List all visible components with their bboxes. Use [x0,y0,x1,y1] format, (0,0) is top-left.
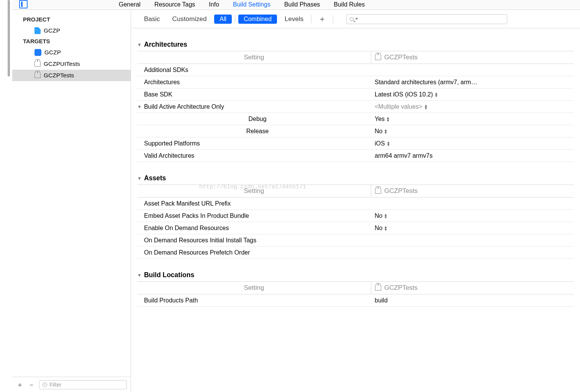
popup-stepper-icon [385,213,386,219]
setting-key: Debug [137,116,371,122]
group-assets: ▼ Assets Setting GCZPTests Asset Pack Ma… [137,174,574,259]
group-header[interactable]: ▼ Assets [137,174,574,185]
test-target-icon [375,285,381,291]
group-build-locations: ▼ Build Locations Setting GCZPTests Buil… [137,271,574,307]
sidebar-target-label: GCZPUITests [44,60,80,67]
sidebar-target-label: GCZPTests [44,72,74,79]
setting-value[interactable]: No [371,225,574,232]
remove-target-button[interactable]: － [28,380,35,389]
column-target-label: GCZPTests [384,284,418,292]
setting-row[interactable]: Embed Asset Packs In Product Bundle No [137,210,574,222]
view-combined[interactable]: Combined [238,15,277,24]
setting-row[interactable]: Additional SDKs [137,64,574,76]
setting-row[interactable]: Supported Platforms iOS [137,137,574,150]
search-icon [350,17,354,21]
add-setting-button[interactable]: ＋ [313,14,331,24]
sidebar-project-item[interactable]: GCZP [12,25,131,36]
setting-key: On Demand Resources Prefetch Order [137,249,371,256]
column-target-label: GCZPTests [384,187,418,195]
show-navigator-icon[interactable] [19,0,28,8]
disclosure-triangle-icon[interactable]: ▼ [137,104,142,109]
add-target-button[interactable]: ＋ [16,380,24,389]
tab-build-rules[interactable]: Build Rules [327,1,372,8]
setting-key: Base SDK [137,91,371,98]
group-title: Architectures [144,41,187,49]
setting-subrow[interactable]: Debug Yes [137,113,574,125]
disclosure-triangle-icon: ▼ [137,273,142,278]
xcode-project-icon [34,27,41,34]
window-scroll-thumb[interactable] [8,0,10,77]
build-settings-panel: Basic Customized All Combined Levels ＋ [131,10,580,392]
popup-stepper-icon [435,92,437,97]
group-architectures: ▼ Architectures Setting GCZPTests Additi… [137,41,574,162]
scope-all[interactable]: All [214,15,232,24]
setting-row[interactable]: Base SDK Latest iOS (iOS 10.2) [137,88,574,101]
group-header[interactable]: ▼ Build Locations [137,271,574,282]
setting-key: On Demand Resources Initial Install Tags [137,237,371,244]
setting-key: Embed Asset Packs In Product Bundle [137,212,371,219]
setting-key: Asset Pack Manifest URL Prefix [137,200,371,207]
popup-stepper-icon [385,225,386,231]
scope-customized[interactable]: Customized [166,15,213,23]
settings-search-input[interactable] [346,14,507,24]
sidebar-target-uitests[interactable]: GCZPUITests [12,58,131,70]
tab-info[interactable]: Info [202,1,226,8]
column-target-header: GCZPTests [371,51,574,64]
setting-row[interactable]: Enable On Demand Resources No [137,222,574,234]
setting-value[interactable]: No [371,212,574,219]
tab-build-settings[interactable]: Build Settings [226,1,277,8]
sidebar-footer: ＋ － Filter [12,377,131,392]
sidebar-project-header: PROJECT [12,15,131,25]
sidebar-target-tests[interactable]: GCZPTests [12,70,131,81]
editor-tabs: General Resource Tags Info Build Setting… [12,0,580,10]
scope-basic[interactable]: Basic [138,15,166,23]
tab-build-phases[interactable]: Build Phases [277,1,327,8]
setting-key: Architectures [137,79,371,86]
disclosure-triangle-icon: ▼ [137,42,142,47]
targets-filter-input[interactable]: Filter [39,380,127,389]
group-title: Build Locations [144,271,194,279]
setting-row[interactable]: On Demand Resources Initial Install Tags [137,234,574,247]
build-settings-toolbar: Basic Customized All Combined Levels ＋ [131,10,580,28]
setting-key: Supported Platforms [137,140,371,147]
view-levels[interactable]: Levels [279,15,310,23]
disclosure-triangle-icon: ▼ [137,176,142,181]
setting-subrow[interactable]: Release No [137,125,574,137]
setting-row[interactable]: Asset Pack Manifest URL Prefix [137,198,574,210]
setting-value[interactable]: Standard architectures (armv7, arm… [371,79,574,86]
tab-general[interactable]: General [112,1,147,8]
setting-value[interactable]: arm64 armv7 armv7s [371,152,574,159]
setting-key: Build Products Path [137,297,371,304]
setting-value[interactable]: <Multiple values> [371,103,574,110]
search-scope-chevron-icon [355,18,358,20]
group-title: Assets [144,174,166,182]
test-target-icon [34,61,41,67]
popup-stepper-icon [387,116,388,122]
setting-value[interactable]: build [371,297,574,304]
setting-row[interactable]: Architectures Standard architectures (ar… [137,76,574,88]
setting-row[interactable]: Valid Architectures arm64 armv7 armv7s [137,150,574,162]
setting-row-expandable[interactable]: ▼ Build Active Architecture Only <Multip… [137,101,574,113]
popup-stepper-icon [387,141,389,146]
setting-row[interactable]: Build Products Path build [137,294,574,307]
sidebar-targets-header: TARGETS [12,36,131,47]
group-header[interactable]: ▼ Architectures [137,41,574,51]
setting-value[interactable]: Yes [371,116,574,122]
setting-value[interactable]: iOS [371,140,574,147]
column-target-header: GCZPTests [371,185,574,197]
column-setting-header: Setting [137,282,371,294]
toolbar-separator [333,15,333,23]
test-target-icon [375,55,381,60]
sidebar-project-label: GCZP [44,27,60,34]
setting-key: Enable On Demand Resources [137,225,371,232]
popup-stepper-icon [385,129,386,134]
sidebar-target-app[interactable]: GCZP [12,47,131,58]
setting-value[interactable]: No [371,128,574,135]
column-setting-header: Setting [137,185,371,197]
setting-key: ▼ Build Active Architecture Only [137,103,371,110]
tab-resource-tags[interactable]: Resource Tags [147,1,202,8]
setting-row[interactable]: On Demand Resources Prefetch Order [137,247,574,259]
setting-value[interactable]: Latest iOS (iOS 10.2) [371,91,574,98]
popup-stepper-icon [425,104,426,109]
column-target-header: GCZPTests [371,282,574,294]
